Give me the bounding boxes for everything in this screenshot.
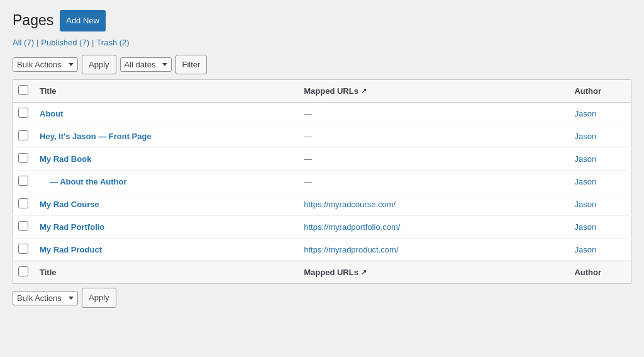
row-checkbox[interactable] [18,176,28,186]
author-link[interactable]: Jason [574,109,596,118]
bottom-tablenav: Bulk Actions Apply [13,288,631,307]
mapped-url-dash: — [304,132,312,141]
row-author-cell: Jason [568,171,631,193]
table-row: — About the Author—Jason [13,171,631,193]
row-title-link[interactable]: Hey, It's Jason — Front Page [40,132,152,141]
row-checkbox[interactable] [18,198,28,208]
author-link[interactable]: Jason [574,200,596,209]
row-checkbox-cell [13,171,34,193]
table-row: My Rad Coursehttps://myradcourse.com/Jas… [13,193,631,216]
mapped-url-link[interactable]: https://myradproduct.com/ [304,245,398,254]
row-title-cell: — About the Author [33,171,297,193]
row-author-cell: Jason [568,103,631,125]
row-author-cell: Jason [568,239,631,261]
row-checkbox-cell [13,148,34,171]
subsubsub-nav: All (7) | Published (7) | Trash (2) [13,38,631,47]
mapped-url-link[interactable]: https://myradportfolio.com/ [304,222,400,232]
author-link[interactable]: Jason [574,154,596,164]
footer-checkbox-col [13,261,34,284]
author-col-label: Author [574,86,601,96]
row-mapped-cell: — [297,125,568,148]
bulk-actions-select-bottom[interactable]: Bulk Actions [13,291,78,305]
row-mapped-cell: — [297,171,568,193]
mapped-url-dash: — [304,154,312,164]
row-author-cell: Jason [568,125,631,148]
mapped-url-dash: — [304,109,312,118]
row-mapped-cell: — [297,148,568,171]
row-title-cell: My Rad Portfolio [33,216,297,239]
footer-title-col: Title [33,261,297,284]
title-col-label: Title [40,86,57,96]
header-title-col: Title [33,80,297,103]
table-row: My Rad Portfoliohttps://myradportfolio.c… [13,216,631,239]
mapped-ext-icon: ↗ [361,87,367,95]
page-title: Pages [13,11,53,30]
top-tablenav: Bulk Actions Apply All dates Filter [13,54,631,76]
apply-button-top[interactable]: Apply [82,55,116,74]
author-link[interactable]: Jason [574,245,596,254]
row-title-link[interactable]: About [40,109,64,118]
filter-trash-link[interactable]: Trash (2) [96,38,129,47]
sep1: | [36,38,38,47]
footer-mapped-col: Mapped URLs ↗ [297,261,568,284]
filter-button-top[interactable]: Filter [175,55,208,74]
row-mapped-cell: https://myradportfolio.com/ [297,216,568,239]
row-checkbox[interactable] [18,130,28,140]
footer-title-label: Title [40,268,57,277]
row-title-link[interactable]: My Rad Product [40,245,102,254]
row-checkbox-cell [13,216,34,239]
mapped-url-link[interactable]: https://myradcourse.com/ [304,200,396,209]
table-row: My Rad Book—Jason [13,148,631,171]
row-title-cell: About [33,103,297,125]
footer-author-label: Author [574,268,601,277]
row-title-cell: My Rad Course [33,193,297,216]
apply-button-bottom[interactable]: Apply [82,288,116,307]
footer-mapped-label: Mapped URLs [304,268,358,277]
row-checkbox-cell [13,193,34,216]
row-title-link[interactable]: My Rad Portfolio [40,222,104,232]
add-new-button[interactable]: Add New [60,10,106,31]
row-checkbox-cell [13,125,34,148]
author-link[interactable]: Jason [574,132,596,141]
filter-published-link[interactable]: Published (7) [41,38,89,47]
row-title-link[interactable]: — About the Author [40,177,127,186]
row-author-cell: Jason [568,193,631,216]
row-mapped-cell: https://myradcourse.com/ [297,193,568,216]
row-checkbox[interactable] [18,108,28,118]
bulk-actions-select-top[interactable]: Bulk Actions [13,57,78,72]
table-row: About—Jason [13,103,631,125]
row-author-cell: Jason [568,148,631,171]
row-author-cell: Jason [568,216,631,239]
row-mapped-cell: — [297,103,568,125]
footer-author-col: Author [568,261,631,284]
row-title-cell: Hey, It's Jason — Front Page [33,125,297,148]
row-checkbox[interactable] [18,244,28,254]
author-link[interactable]: Jason [574,177,596,186]
pages-table: Title Mapped URLs ↗ Author About—JasonHe… [13,79,631,284]
row-title-link[interactable]: My Rad Course [40,200,99,209]
header-mapped-col: Mapped URLs ↗ [297,80,568,103]
dates-select-top[interactable]: All dates [120,57,172,72]
author-link[interactable]: Jason [574,222,596,232]
footer-mapped-ext-icon: ↗ [361,268,367,276]
header-checkbox-col [13,80,34,103]
row-checkbox[interactable] [18,221,28,231]
header-author-col: Author [568,80,631,103]
row-checkbox[interactable] [18,153,28,163]
row-mapped-cell: https://myradproduct.com/ [297,239,568,261]
mapped-col-label: Mapped URLs [304,86,358,96]
select-all-checkbox-bottom[interactable] [18,266,28,276]
row-title-cell: My Rad Book [33,148,297,171]
row-title-cell: My Rad Product [33,239,297,261]
table-row: My Rad Producthttps://myradproduct.com/J… [13,239,631,261]
row-title-link[interactable]: My Rad Book [40,154,91,164]
sep2: | [92,38,94,47]
select-all-checkbox-top[interactable] [18,85,28,95]
row-checkbox-cell [13,239,34,261]
filter-all-link[interactable]: All (7) [13,38,34,47]
table-row: Hey, It's Jason — Front Page—Jason [13,125,631,148]
row-checkbox-cell [13,103,34,125]
mapped-url-dash: — [304,177,312,186]
